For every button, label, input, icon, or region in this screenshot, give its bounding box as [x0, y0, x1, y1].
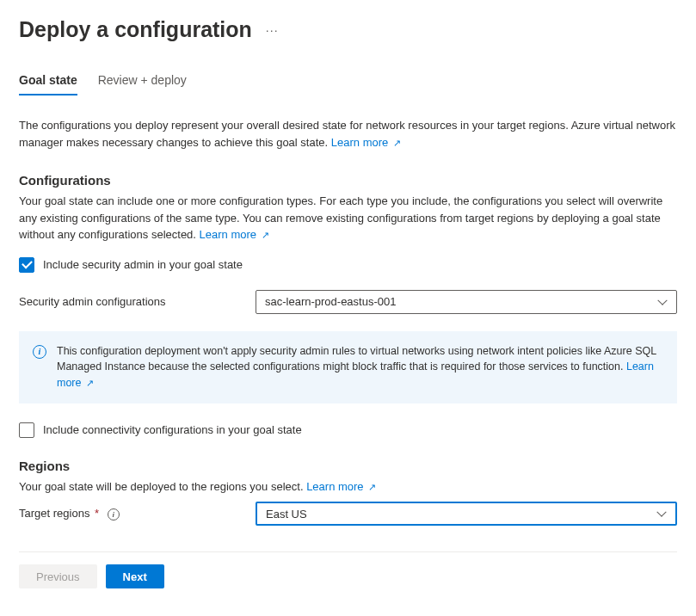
target-regions-select[interactable]: East US — [256, 502, 677, 526]
external-link-icon: ↗ — [262, 230, 269, 240]
security-admin-select[interactable]: sac-learn-prod-eastus-001 — [256, 290, 677, 314]
security-admin-value: sac-learn-prod-eastus-001 — [265, 295, 396, 308]
intro-learn-more-link[interactable]: Learn more ↗ — [331, 136, 401, 149]
regions-learn-more-link[interactable]: Learn more ↗ — [306, 480, 376, 493]
tab-review-deploy[interactable]: Review + deploy — [98, 66, 187, 95]
chevron-down-icon — [658, 511, 667, 516]
info-icon: i — [33, 345, 46, 359]
external-link-icon: ↗ — [368, 482, 376, 492]
configurations-desc: Your goal state can include one or more … — [19, 193, 677, 243]
more-icon[interactable]: ··· — [266, 23, 279, 37]
regions-desc: Your goal state will be deployed to the … — [19, 478, 677, 496]
info-box: i This configuration deployment won't ap… — [19, 331, 677, 403]
footer: Previous Next — [19, 551, 677, 588]
info-icon[interactable]: i — [108, 508, 120, 521]
include-security-label: Include security admin in your goal stat… — [43, 258, 243, 271]
external-link-icon: ↗ — [393, 138, 401, 148]
next-button[interactable]: Next — [106, 564, 164, 588]
chevron-down-icon — [659, 299, 668, 305]
info-box-text: This configuration deployment won't appl… — [57, 345, 656, 373]
previous-button: Previous — [19, 564, 97, 588]
target-regions-value: East US — [266, 508, 307, 521]
page-title: Deploy a configuration — [19, 17, 252, 42]
intro-text: The configurations you deploy represent … — [19, 117, 677, 151]
configurations-learn-more-link[interactable]: Learn more ↗ — [200, 228, 269, 241]
tabs: Goal state Review + deploy — [19, 66, 677, 96]
regions-heading: Regions — [19, 459, 677, 473]
required-indicator: * — [91, 507, 99, 520]
configurations-heading: Configurations — [19, 173, 677, 188]
target-regions-label: Target regions * i — [19, 507, 256, 521]
external-link-icon: ↗ — [86, 378, 94, 388]
include-connectivity-checkbox[interactable] — [19, 422, 34, 438]
security-admin-label: Security admin configurations — [19, 295, 256, 308]
tab-goal-state[interactable]: Goal state — [19, 66, 77, 95]
include-connectivity-label: Include connectivity configurations in y… — [43, 423, 302, 436]
include-security-checkbox[interactable] — [19, 257, 34, 273]
